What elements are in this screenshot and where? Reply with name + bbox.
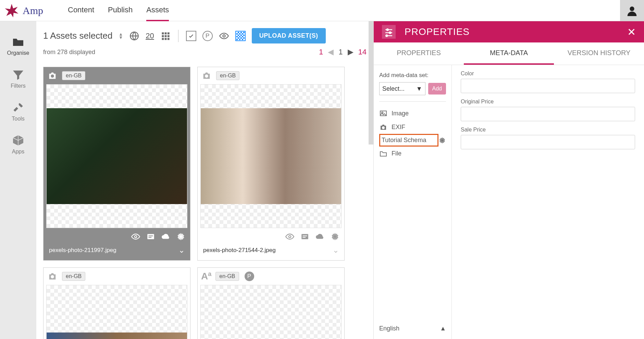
gear-icon[interactable] (438, 137, 446, 144)
svg-rect-7 (164, 35, 166, 37)
sidebar-tools[interactable]: Tools (0, 95, 36, 128)
nav-publish[interactable]: Publish (108, 0, 133, 21)
metadata-set-exif[interactable]: EXIF (379, 120, 446, 134)
caret-down-icon: ▼ (416, 85, 422, 92)
sidebar-filters[interactable]: Filters (0, 62, 36, 95)
tools-icon (12, 101, 24, 114)
metadata-select[interactable]: Select... ▼ (379, 82, 425, 95)
tab-metadata[interactable]: META-DATA (464, 42, 554, 65)
svg-point-27 (387, 29, 388, 30)
asset-thumbnail[interactable] (46, 84, 187, 228)
sort-toggle[interactable]: ▲▼ (119, 33, 123, 39)
panel-title: PROPERTIES (405, 26, 470, 37)
svg-rect-3 (162, 32, 164, 34)
asset-filename: pexels-photo-211997.jpeg (49, 247, 116, 254)
toolbar: 1 Assets selected ▲▼ 20 P UPLOAD ASSET(S… (36, 21, 373, 59)
svg-rect-6 (162, 35, 164, 37)
image-icon (379, 109, 387, 117)
field-label-original-price: Original Price (461, 99, 635, 105)
card-preview-icon[interactable] (131, 232, 140, 241)
metadata-set-tutorial[interactable]: Tutorial Schema (379, 134, 438, 147)
svg-rect-8 (168, 35, 170, 37)
asset-card[interactable]: en-GB pexels-photo-271544-2.jpeg ⌄ (197, 67, 345, 261)
svg-point-31 (386, 35, 387, 37)
grid-view-icon[interactable] (160, 31, 171, 41)
asset-card[interactable]: Aa en-GB P (197, 267, 345, 339)
close-icon[interactable]: ✕ (627, 26, 636, 38)
panel-header: PROPERTIES ✕ (374, 21, 644, 42)
chevron-down-icon[interactable]: ⌄ (333, 246, 339, 255)
asset-card[interactable]: en-GB pexels-photo-211997.jpeg ⌄ (43, 67, 190, 261)
select-all-icon[interactable] (186, 31, 196, 41)
page-prev-icon[interactable]: ◀ (328, 48, 334, 56)
svg-point-29 (389, 32, 391, 34)
asset-grid: en-GB pexels-photo-211997.jpeg ⌄ (36, 59, 373, 339)
brand-name: Amp (23, 5, 43, 16)
svg-point-19 (205, 75, 208, 78)
tab-version-history[interactable]: VERSION HISTORY (554, 42, 644, 65)
page-size[interactable]: 20 (146, 32, 154, 40)
publish-icon[interactable]: P (202, 31, 213, 41)
displayed-count: from 278 displayed (43, 49, 95, 56)
page-next-icon[interactable]: ▶ (348, 48, 354, 56)
sale-price-input[interactable] (461, 135, 635, 149)
scrollbar[interactable] (369, 21, 373, 145)
svg-rect-4 (164, 32, 166, 34)
asset-card[interactable]: en-GB (43, 267, 190, 339)
camera-icon (47, 272, 58, 281)
sidebar: Organise Filters Tools Apps (0, 21, 36, 339)
language-select[interactable]: English ▲ (379, 320, 446, 332)
user-menu[interactable] (620, 0, 644, 21)
svg-rect-16 (149, 236, 153, 236)
nav-assets[interactable]: Assets (146, 0, 169, 21)
logo-star-icon (4, 3, 19, 18)
asset-filename: pexels-photo-271544-2.jpeg (203, 247, 276, 254)
page-last[interactable]: 14 (358, 48, 367, 56)
page-first[interactable]: 1 (319, 48, 323, 56)
panel-tabs: PROPERTIES META-DATA VERSION HISTORY (374, 42, 644, 65)
metadata-set-file[interactable]: File (379, 147, 446, 160)
svg-rect-23 (303, 237, 306, 238)
page-current: 1 (338, 48, 343, 56)
svg-rect-22 (303, 236, 307, 236)
pagination: 1 ◀ 1 ▶ 14 (319, 48, 367, 56)
filter-icon (12, 68, 24, 81)
card-edit-icon[interactable] (300, 232, 309, 241)
locale-badge: en-GB (215, 272, 239, 281)
camera-icon (379, 123, 387, 131)
properties-header-icon (382, 25, 396, 39)
chevron-down-icon[interactable]: ⌄ (178, 246, 185, 255)
sidebar-organise[interactable]: Organise (0, 29, 36, 62)
asset-thumbnail[interactable] (200, 285, 342, 339)
card-cloud-icon[interactable] (161, 232, 170, 241)
color-input[interactable] (461, 79, 635, 93)
upload-button[interactable]: UPLOAD ASSET(S) (252, 28, 326, 43)
asset-thumbnail[interactable] (46, 285, 187, 339)
field-label-sale-price: Sale Price (461, 127, 635, 133)
card-preview-icon[interactable] (285, 232, 294, 241)
add-metadata-button[interactable]: Add (428, 83, 446, 95)
original-price-input[interactable] (461, 107, 635, 121)
field-label-color: Color (461, 71, 635, 77)
tab-properties[interactable]: PROPERTIES (374, 42, 464, 65)
svg-point-34 (382, 126, 385, 129)
asset-browser: 1 Assets selected ▲▼ 20 P UPLOAD ASSET(S… (36, 21, 373, 339)
svg-rect-21 (301, 234, 308, 239)
asset-thumbnail[interactable] (200, 84, 342, 228)
transparency-icon[interactable] (235, 31, 246, 41)
sidebar-apps[interactable]: Apps (0, 128, 36, 161)
card-settings-icon[interactable] (176, 232, 185, 241)
preview-icon[interactable] (219, 31, 229, 41)
card-settings-icon[interactable] (331, 232, 339, 241)
locale-badge: en-GB (62, 71, 85, 80)
nav-content[interactable]: Content (68, 0, 94, 21)
selection-label: 1 Assets selected (43, 30, 112, 41)
card-cloud-icon[interactable] (315, 232, 324, 241)
folder-icon (12, 36, 24, 48)
card-edit-icon[interactable] (146, 232, 155, 241)
globe-icon[interactable] (129, 31, 139, 41)
metadata-sidebar: Add meta-data set: Select... ▼ Add Image… (374, 65, 452, 339)
svg-point-12 (223, 35, 225, 37)
svg-marker-0 (5, 4, 18, 17)
metadata-set-image[interactable]: Image (379, 106, 446, 120)
